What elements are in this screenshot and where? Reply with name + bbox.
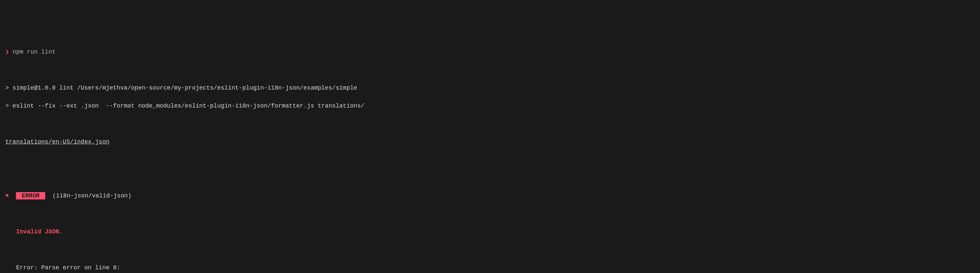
error-header-line: ✖ ERROR (i18n-json/valid-json) [5,192,975,200]
npm-script-line-1: > simple@1.0.0 lint /Users/mjethva/open-… [5,83,975,93]
prompt-symbol: ❯ [5,49,9,55]
file-path-line: translations/en-US/index.json [5,137,975,147]
command-line: ❯ npm run lint [5,48,975,57]
error-badge: ERROR [16,192,45,200]
command-text: npm run lint [13,49,56,55]
file-path: translations/en-US/index.json [5,139,109,145]
error-detail-line-1: Error: Parse error on line 8: [5,263,975,272]
error-cross-icon: ✖ [5,192,9,199]
error-title: Invalid JSON. [16,228,62,235]
error-rule-name: (i18n-json/valid-json) [52,192,132,199]
npm-script-line-2: > eslint --fix --ext .json --format node… [5,102,975,110]
error-title-line: Invalid JSON. [5,227,975,236]
terminal-output: ❯ npm run lint > simple@1.0.0 lint /User… [5,38,975,273]
